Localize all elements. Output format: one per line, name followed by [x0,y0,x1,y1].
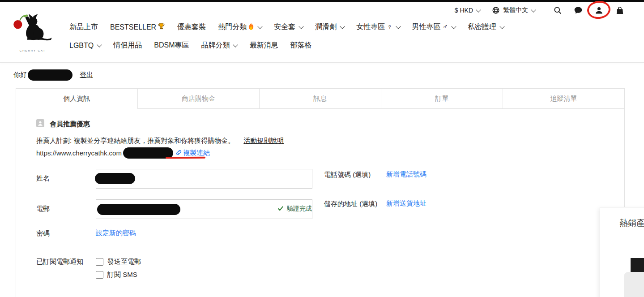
redacted-name-value [95,173,135,184]
referral-url: https://www.cherrycathk.com [36,149,122,157]
account-tabs: 個人資訊商店購物金訊息訂單追蹤清單 [16,89,624,109]
currency-label: $ HKD [455,7,473,14]
phone-label: 電話號碼 (選填) [324,171,371,179]
header-divider [0,62,644,63]
add-address-link[interactable]: 新增送貨地址 [386,199,426,208]
set-password-link[interactable]: 設定新的密碼 [96,229,136,237]
subscribe-option-0: 發送至電郵 [96,258,141,266]
nav-item-label: 品牌分類 [201,41,230,50]
fire-icon [247,23,254,32]
annotation-red-underline [166,157,205,159]
nav-item-label: 潤滑劑 [315,22,337,32]
greeting-text: 你好 [13,71,27,79]
subscribe-option-1: 訂閱 SMS [96,271,137,279]
subscribe-label: 已訂閱電郵通知 [36,258,83,266]
cart-button[interactable] [615,6,624,15]
checkbox-label: 發送至電郵 [107,258,141,266]
nav-item-2[interactable]: 優惠套裝 [177,22,206,32]
rules-link[interactable]: 活動規則說明 [243,137,284,145]
chevron-down-icon [531,7,536,12]
bottle-cap [631,258,644,273]
nav-item-label: 女性專區 ♀ [356,22,392,32]
redacted-email-value [97,204,180,215]
chevron-down-icon [451,24,456,29]
search-icon [553,6,562,15]
nav-item-1[interactable]: 情侶用品 [113,41,142,50]
copy-link-button[interactable]: 複製連結 [175,149,210,157]
nav-item-5[interactable]: 潤滑劑 [315,22,344,32]
member-badge-icon [36,119,44,129]
nav-item-1[interactable]: BESTSELLER [110,22,165,32]
chevron-down-icon [396,24,401,29]
redacted-username [28,69,73,81]
referral-description-row: 推薦人計劃: 複製並分享連結給朋友，推薦對象和你將獲得購物金。 活動規則說明 [36,137,284,145]
chevron-down-icon [476,7,481,12]
chain-link-icon [175,149,183,157]
tab-1[interactable]: 商店購物金 [138,89,260,109]
currency-selector[interactable]: $ HKD [455,7,480,14]
tab-4[interactable]: 追蹤清單 [503,89,624,109]
nav-item-0[interactable]: LGBTQ [69,42,101,50]
nav-item-label: 最新消息 [249,41,278,50]
nav-item-6[interactable]: 女性專區 ♀ [356,22,400,32]
chat-button[interactable] [574,6,583,15]
referral-title: 會員推薦優惠 [50,120,90,129]
nav-item-label: BDSM專區 [154,41,189,50]
hot-products-title: 熱銷產品 [619,217,644,229]
checkbox[interactable] [96,271,103,279]
nav-item-3[interactable]: 熱門分類 [218,22,262,32]
nav-item-4[interactable]: 安全套 [274,22,303,32]
chevron-down-icon [299,24,303,29]
nav-item-label: 部落格 [290,41,311,50]
hot-products-popup[interactable]: 熱銷產品 [600,207,644,297]
checkbox-label: 訂閱 SMS [107,271,137,279]
chevron-down-icon [97,42,102,47]
brand-logo[interactable]: CHERRY CAT [11,13,54,52]
account-button[interactable] [594,6,604,15]
utility-bar: $ HKD 繁體中文 [455,4,624,16]
referral-description: 推薦人計劃: 複製並分享連結給朋友，推薦對象和你將獲得購物金。 [36,137,235,145]
chat-icon [574,6,583,15]
main-nav-row1: 新品上市BESTSELLER優惠套裝熱門分類安全套潤滑劑女性專區 ♀男性專區 ♂… [69,22,504,32]
email-verified-badge: 驗證完成 [277,205,312,213]
chevron-down-icon [499,24,504,29]
bottle-body [624,272,644,297]
add-phone-link[interactable]: 新增電話號碼 [386,170,426,179]
nav-item-label: 私密護理 [468,22,496,32]
address-label: 儲存的地址 (選填) [324,200,377,208]
account-panel: 個人資訊商店購物金訊息訂單追蹤清單 會員推薦優惠 推薦人計劃: 複製並分享連結給… [16,88,625,297]
language-label: 繁體中文 [503,6,528,14]
account-page: CHERRY CAT $ HKD 繁體中文 [0,0,644,297]
account-icon [594,6,604,15]
name-label: 姓名 [36,169,50,188]
greeting-row: 你好 登出 [13,69,93,81]
chevron-down-icon [233,42,238,47]
chevron-down-icon [340,24,345,29]
nav-item-4[interactable]: 最新消息 [249,41,278,50]
nav-item-0[interactable]: 新品上市 [69,22,98,32]
main-nav-row2: LGBTQ情侶用品BDSM專區品牌分類最新消息部落格 [69,41,311,50]
trophy-icon [156,22,165,32]
password-label: 密碼 [36,229,50,238]
nav-item-label: 新品上市 [69,22,98,32]
nav-item-label: 情侶用品 [113,41,142,50]
referral-section-header: 會員推薦優惠 [36,119,90,129]
email-verified-label: 驗證完成 [287,205,312,213]
search-button[interactable] [553,6,562,15]
checkbox[interactable] [96,258,103,266]
brand-name: CHERRY CAT [11,49,54,52]
copy-link-label: 複製連結 [183,149,210,157]
tab-3[interactable]: 訂單 [381,89,503,109]
nav-item-8[interactable]: 私密護理 [468,22,504,32]
language-selector[interactable]: 繁體中文 [492,6,535,14]
email-label: 電郵 [36,199,50,218]
tab-0[interactable]: 個人資訊 [16,89,138,109]
chevron-down-icon [257,24,262,29]
nav-item-7[interactable]: 男性專區 ♂ [412,22,456,32]
tab-2[interactable]: 訊息 [260,89,381,109]
nav-item-2[interactable]: BDSM專區 [154,41,189,50]
nav-item-5[interactable]: 部落格 [290,41,311,50]
logout-link[interactable]: 登出 [80,71,93,79]
nav-item-3[interactable]: 品牌分類 [201,41,237,50]
globe-icon [492,6,500,14]
